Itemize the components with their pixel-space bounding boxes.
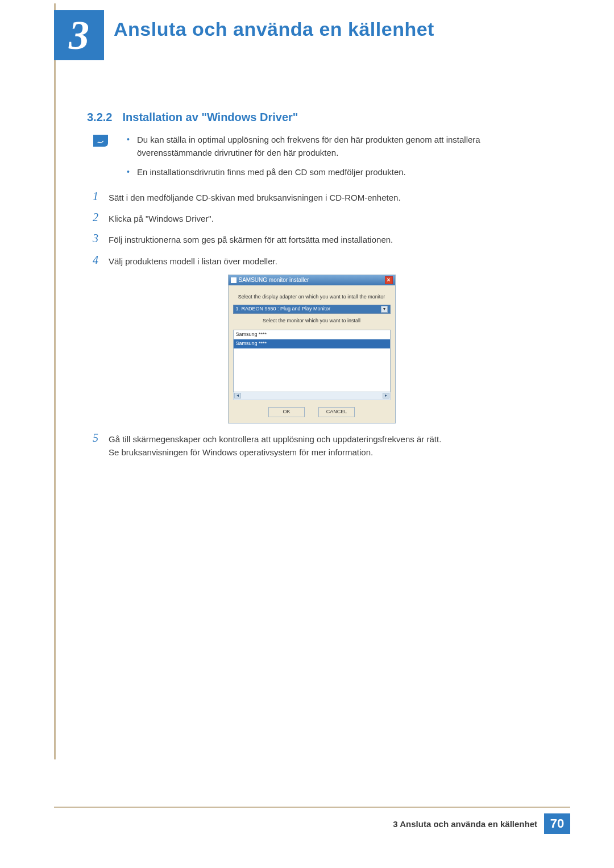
dialog-label-monitor: Select the monitor which you want to ins… <box>233 317 391 325</box>
step-text: Gå till skärmegenskaper och kontrollera … <box>109 431 536 459</box>
page-number-badge: 70 <box>544 813 570 834</box>
step-number: 4 <box>87 254 98 266</box>
document-page: 3 Ansluta och använda en källenhet 3.2.2… <box>0 0 614 868</box>
dialog-titlebar: SAMSUNG monitor installer × <box>229 275 395 285</box>
step: 1 Sätt i den medföljande CD-skivan med b… <box>87 190 536 204</box>
bottom-rule <box>54 807 570 808</box>
scroll-right-icon[interactable]: ▸ <box>383 393 389 398</box>
section-heading: 3.2.2 Installation av "Windows Driver" <box>87 111 298 124</box>
note-text: En installationsdrivrutin finns med på d… <box>137 167 406 177</box>
step-number: 1 <box>87 190 98 202</box>
step-text-line: Se bruksanvisningen för Windows operativ… <box>109 447 373 457</box>
footer-text: 3 Ansluta och använda en källenhet <box>393 819 544 829</box>
note-item: En installationsdrivrutin finns med på d… <box>127 165 536 178</box>
scroll-left-icon[interactable]: ◂ <box>234 393 241 398</box>
note-item: Du kan ställa in optimal upplösning och … <box>127 133 536 160</box>
step: 3 Följ instruktionerna som ges på skärme… <box>87 232 536 246</box>
step: 4 Välj produktens modell i listan över m… <box>87 254 536 268</box>
monitor-list[interactable]: Samsung **** Samsung **** <box>233 330 391 392</box>
left-vertical-rule <box>54 3 56 759</box>
close-icon[interactable]: × <box>385 276 393 284</box>
note-text: Du kan ställa in optimal upplösning och … <box>137 135 480 157</box>
chapter-number: 3 <box>69 12 89 59</box>
content-area: Du kan ställa in optimal upplösning och … <box>87 133 536 466</box>
step: 2 Klicka på "Windows Driver". <box>87 211 536 225</box>
horizontal-scrollbar[interactable]: ◂ ▸ <box>233 392 391 400</box>
page-footer: 3 Ansluta och använda en källenhet 70 <box>393 813 570 834</box>
screenshot-dialog-wrap: SAMSUNG monitor installer × Select the d… <box>87 275 536 423</box>
chapter-number-badge: 3 <box>54 10 104 60</box>
dialog-buttons: OK CANCEL <box>233 407 391 417</box>
step-number: 5 <box>87 431 98 444</box>
dialog-label-adapter: Select the display adapter on which you … <box>233 293 391 301</box>
list-item-selected[interactable]: Samsung **** <box>234 339 390 348</box>
step-number: 2 <box>87 211 98 223</box>
step-text: Sätt i den medföljande CD-skivan med bru… <box>109 190 536 204</box>
step-text: Klicka på "Windows Driver". <box>109 211 536 225</box>
adapter-select-value: 1. RADEON 9550 : Plug and Play Monitor <box>236 305 331 313</box>
chapter-title: Ansluta och använda en källenhet <box>114 18 434 40</box>
section-number: 3.2.2 <box>87 111 112 124</box>
step-text: Följ instruktionerna som ges på skärmen … <box>109 232 536 246</box>
step-text-line: Gå till skärmegenskaper och kontrollera … <box>109 434 441 444</box>
app-icon <box>231 277 237 283</box>
dialog-body: Select the display adapter on which you … <box>229 285 395 423</box>
section-title: Installation av "Windows Driver" <box>122 111 298 124</box>
cancel-button[interactable]: CANCEL <box>318 407 355 417</box>
step-text: Välj produktens modell i listan över mod… <box>109 254 536 268</box>
ok-button[interactable]: OK <box>268 407 305 417</box>
step-list: 1 Sätt i den medföljande CD-skivan med b… <box>87 190 536 459</box>
page-number: 70 <box>550 816 564 831</box>
note-list: Du kan ställa in optimal upplösning och … <box>127 133 536 178</box>
dialog-title-text: SAMSUNG monitor installer <box>239 276 309 285</box>
step-number: 3 <box>87 232 98 244</box>
installer-dialog: SAMSUNG monitor installer × Select the d… <box>228 275 396 423</box>
adapter-select[interactable]: 1. RADEON 9550 : Plug and Play Monitor ▾ <box>233 305 391 314</box>
step: 5 Gå till skärmegenskaper och kontroller… <box>87 431 536 459</box>
list-item[interactable]: Samsung **** <box>234 330 390 339</box>
chevron-down-icon: ▾ <box>381 306 388 313</box>
